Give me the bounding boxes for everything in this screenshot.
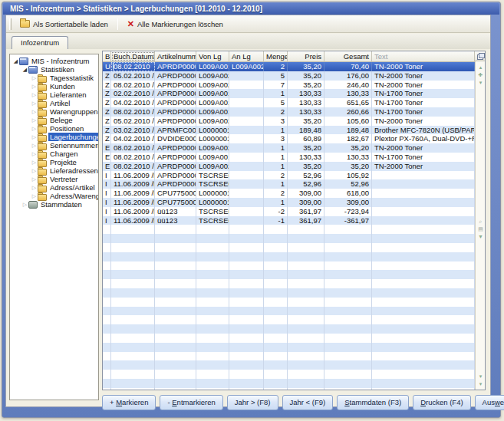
scroll-marker-icon[interactable]: ✚ [479,72,483,77]
stammdaten-f3-button[interactable]: Stammdaten (F3) [337,395,409,410]
expand-arrow-icon[interactable]: ▷ [31,100,38,107]
tree-item-adress-artikel[interactable]: ▷Adress/Artikel [10,183,98,192]
table-row[interactable]: Z03.02.2010 /MiAPRMFC00001L00000011189,4… [103,126,475,135]
table-row[interactable]: Z05.02.2010 /FrAPRDP00001L009A002535,201… [103,71,475,81]
expand-arrow-icon[interactable]: ▷ [31,83,38,90]
cell-article: APRDP00001 [155,143,196,153]
cell-text: TN-1700 Toner [372,153,475,162]
tree-item-lieferanten[interactable]: ▷Lieferanten [10,90,98,99]
jahr-f8-button[interactable]: Jahr > (F8) [227,395,278,410]
table-row[interactable]: I11.06.2009 /DoAPRDP00004TSCRSE02152,965… [103,179,475,189]
table-row[interactable]: Z04.02.2010 /DoDVDIDE00016L0000001360,89… [103,134,475,143]
expand-arrow-icon[interactable]: ▷ [31,167,38,174]
tree-item-lieferadressen[interactable]: ▷Lieferadressen [10,166,98,175]
jahr-f9-button[interactable]: Jahr < (F9) [282,395,334,410]
table-row[interactable]: Z02.02.2010 /DiAPRDP00002L009A0011130,33… [103,89,475,98]
collapse-arrow-icon[interactable]: ◢ [12,58,19,64]
tree-item-adress-warengruppen[interactable]: ▷Adress/Warengruppen [10,192,98,200]
column-header-artikelnummer[interactable]: Artikelnummer [155,51,196,61]
cell-date [111,225,155,234]
column-chooser-icon[interactable] [475,51,485,61]
expand-arrow-icon[interactable]: ▷ [31,74,38,81]
markieren-button[interactable]: + Markieren [102,395,156,410]
column-header-von-lg[interactable]: Von Lg [196,51,229,61]
tree-item-artikel[interactable]: ▷Artikel [10,99,98,107]
tree-item-positionen[interactable]: ▷Positionen [10,124,98,133]
cell-date: 08.02.2010 /Mo [111,143,155,153]
tree-item-seriennummern[interactable]: ▷Seriennummern [10,141,98,150]
scroll-end-icon[interactable]: ▾ [479,381,483,386]
table-row[interactable]: Z04.02.2010 /DoAPRDP00002L009A0015130,33… [103,98,475,107]
clear-marks-button[interactable]: ✕ Alle Markierungen löschen [122,17,229,31]
expand-arrow-icon[interactable]: ▷ [31,117,38,123]
tab-infozentrum[interactable]: Infozentrum [12,36,68,49]
table-row[interactable]: I11.06.2009 /Doüü123TSCRSE03-1361,97-361… [103,216,475,225]
memo-icon[interactable]: ▤ [478,226,483,232]
expand-arrow-icon[interactable]: ▷ [31,108,38,115]
cell-article: APRDP00001 [155,81,196,90]
tree-item-tagesstatistik[interactable]: ▷Tagesstatistik [10,74,98,82]
table-row[interactable]: Z05.02.2010 /FrAPRDP00003L009A002335,201… [103,117,475,126]
drucken-f4-button[interactable]: Drucken (F4) [413,395,470,410]
table-row[interactable]: E08.02.2010 /MoAPRDP00001L009A002135,203… [103,143,475,153]
table-row[interactable]: E08.02.2010 /MoAPRDP00003L009A002135,203… [103,162,475,171]
expand-arrow-icon[interactable]: ▷ [31,125,38,132]
collapse-arrow-icon[interactable]: ◢ [21,66,28,73]
tree-item-chargen[interactable]: ▷Chargen [10,150,98,158]
load-sort-table-button[interactable]: Als Sortiertabelle laden [15,17,114,31]
entmarkieren-button[interactable]: - Entmarkieren [160,395,222,410]
toolbar-grip[interactable] [9,18,12,30]
scroll-top-icon[interactable]: ▴ [479,64,483,70]
column-header-buch-datum[interactable]: Buch.Datum [111,51,155,61]
expand-arrow-icon[interactable]: ▷ [21,201,28,208]
expand-arrow-icon[interactable]: ▷ [31,159,38,166]
column-header-menge[interactable]: Menge [264,51,288,61]
cell-marker [103,225,111,234]
tree-item-warengruppen[interactable]: ▷Warengruppen [10,107,98,116]
column-header-an-lg[interactable]: An Lg [229,51,264,61]
table-row[interactable]: I11.06.2009 /DoAPRDP00004TSCRSE02252,961… [103,171,475,180]
expand-arrow-icon[interactable]: ▷ [31,150,38,157]
zoom-icon[interactable]: ⌕ [479,219,483,224]
expand-arrow-icon[interactable]: ▷ [31,184,38,191]
tree-item-mis-infozentrum[interactable]: ◢MIS - Infozentrum [10,57,98,65]
table-row[interactable]: Z08.02.2010 /MoAPRDP00001L009A002735,202… [103,81,475,90]
table-row[interactable]: U08.02.2010APRDP00001L009A001L009A002235… [103,62,475,71]
expand-arrow-icon[interactable]: ▷ [31,192,38,199]
footer-button-bar: + Markieren- EntmarkierenJahr > (F8)Jahr… [102,393,486,411]
table-row[interactable]: Z08.02.2010 /MoAPRDP00002L009A0012130,33… [103,107,475,117]
expand-arrow-icon[interactable]: ▷ [31,91,38,98]
cell-marker [103,288,111,298]
column-header-preis[interactable]: Preis [288,51,324,61]
scroll-up-icon[interactable]: ▾ [479,80,483,85]
tree-item-vertreter[interactable]: ▷Vertreter [10,175,98,183]
column-header-text[interactable]: Text [372,51,475,61]
tree-item-projekte[interactable]: ▷Projekte [10,158,98,166]
table-row[interactable]: E08.02.2010 /MoAPRDP00002L009A0011130,33… [103,153,475,162]
table-row[interactable]: I11.06.2009 /DoCPU77500007L00000012309,0… [103,189,475,198]
scroll-down-icon[interactable]: ▾ [479,373,483,379]
tree-item-belege[interactable]: ▷Belege [10,116,98,124]
tree-item-stammdaten[interactable]: ▷Stammdaten [10,200,98,209]
filter-icon[interactable]: ▼ [478,234,483,239]
column-header-gesamt[interactable]: Gesamt [324,51,372,61]
cell-from: TSCRSE03 [196,207,229,216]
expand-arrow-icon[interactable]: ▷ [31,176,38,183]
tree-item-statistiken[interactable]: ◢Statistiken [10,65,98,74]
auswertung-return-button[interactable]: Auswertung (Return) [475,395,504,410]
expand-arrow-icon[interactable]: ▷ [31,133,38,140]
cell-price: 60,89 [288,134,324,143]
cell-qty [264,225,288,234]
table-row[interactable]: I11.06.2009 /Doüü123TSCRSE03-2361,97-723… [103,207,475,216]
table-row[interactable]: I11.06.2009 /DoCPU77500007L00000011309,0… [103,198,475,207]
cell-to [229,107,264,117]
expand-arrow-icon[interactable]: ▷ [31,142,38,149]
open-folder-icon [20,20,30,28]
cell-text [372,288,475,298]
tree-item-kunden[interactable]: ▷Kunden [10,82,98,90]
cell-marker: Z [103,71,111,81]
tree-item-lagerbuchungen[interactable]: ▷Lagerbuchungen [10,133,98,141]
column-header-b[interactable]: B [103,51,111,61]
cell-marker: Z [103,81,111,90]
cell-from [196,279,229,288]
